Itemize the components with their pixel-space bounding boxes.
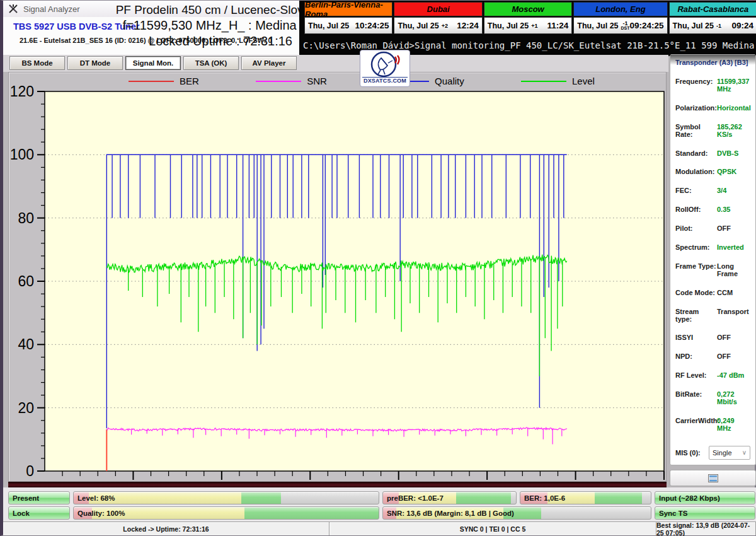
signal-history-plot: 020406080100120 (9, 73, 667, 482)
indicator-label: Level: 68% (77, 494, 115, 502)
clock-time: 10:24:25 (355, 21, 389, 30)
param-label: RollOff: (675, 206, 717, 213)
y-axis-label: 80 (18, 210, 34, 226)
param-label: NPD: (675, 352, 717, 360)
status-segment-3: Best signal: 13,9 dB (2024-07-25 07:05) (656, 522, 756, 535)
clock-time: 12:24 (457, 21, 479, 30)
clock-time: 09:24:25 (630, 21, 664, 30)
indicator-label: Present (13, 494, 39, 502)
tab-tsa-ok-[interactable]: TSA (OK) (183, 56, 239, 70)
indicator-label: BER: 1,0E-6 (524, 494, 565, 502)
param-label: Modulation: (675, 168, 717, 175)
dxsatcs-logo: DXSATCS.COM (360, 50, 410, 87)
param-value: -47 dBm (717, 371, 750, 379)
param-label: ISSYI (675, 334, 717, 341)
clock-time-display: Thu, Jul 25-1DST09:24:25 (573, 17, 667, 34)
param-value: 11599,337 MHz (717, 78, 750, 93)
window-title: Signal Analyzer (23, 4, 80, 14)
indicator-label: Input (~282 Kbps) (659, 494, 720, 502)
satellite-dish-icon (367, 50, 403, 78)
clock-date: Thu, Jul 25 (577, 21, 618, 30)
clock-date: Thu, Jul 25 (673, 21, 714, 30)
param-row-frequency-: Frequency:11599,337 MHz (675, 78, 750, 93)
param-row-spectrum-: Spectrum:Inverted (675, 243, 750, 251)
offset-note: DST (621, 26, 630, 31)
param-label: Frame Type: (675, 262, 717, 270)
param-row-modulation-: Modulation:QPSK (675, 168, 750, 175)
clock-time-display: Thu, Jul 25-109:24 (669, 17, 756, 34)
indicator-row-2: LockQuality: 100%SNR: 13,6 dB (Margin: 8… (8, 506, 755, 520)
clock-time-display: Thu, Jul 25+111:24 (484, 17, 572, 34)
chart-bottom-edge (8, 482, 667, 487)
param-label: Code Mode: (675, 289, 717, 296)
param-label: Stream type: (675, 308, 717, 323)
dxsatcs-logo-text: DXSATCS.COM (362, 77, 408, 84)
indicator-label: Sync TS (659, 510, 687, 517)
param-value: DVB-S (717, 149, 750, 157)
clock-4: London, EngThu, Jul 25-1DST09:24:25 (573, 2, 667, 34)
param-value: Horizontal (717, 104, 751, 112)
param-label: RF Level: (675, 371, 717, 379)
status-bar: Locked -> Uptime: 72:31:16SYNC 0 | TEI 0… (3, 521, 756, 535)
clock-date: Thu, Jul 25 (488, 21, 529, 30)
y-axis-label: 40 (18, 336, 34, 352)
param-label: CarrierWidth: (675, 417, 717, 424)
tab-signal-mon-[interactable]: Signal Mon. (125, 56, 181, 70)
console-command-line: C:\Users\Roman Dávid>Signal monitoring_P… (303, 40, 756, 50)
indicator-row-1: PresentLevel: 68%preBER: <1.0E-7BER: 1,0… (8, 491, 755, 504)
indicator-label: SNR: 13,6 dB (Margin: 8,1 dB | Good) (387, 510, 514, 517)
param-label: Symbol Rate: (675, 123, 717, 138)
y-axis-label: 120 (10, 83, 34, 100)
param-row-bitrate-: BitRate:0,272 Mbit/s (675, 390, 750, 405)
clock-utc-offset: +2 (442, 23, 448, 28)
tab-av-player[interactable]: AV Player (241, 56, 297, 70)
level-bar: Level: 68% (73, 491, 379, 504)
param-row-carrierwidth-: CarrierWidth:0,249 MHz (675, 417, 750, 432)
transponder-parameters-panel: Transponder (A3) [B3] Frequency:11599,33… (670, 54, 756, 465)
offset-value: +1 (531, 23, 537, 28)
param-row-symbol-rate-: Symbol Rate:185,262 KS/s (675, 123, 750, 138)
param-row-issyi: ISSYIOFF (675, 334, 750, 341)
signal-analyzer-window: Signal Analyzer TBS 5927 USB DVB-S2 Tune… (0, 0, 756, 536)
offset-value: -1 (716, 23, 721, 28)
preber-bar: preBER: <1.0E-7 (382, 491, 517, 504)
y-axis-label: 100 (10, 146, 34, 163)
param-row-rolloff-: RollOff:0.35 (675, 206, 750, 213)
param-row-code-mode-: Code Mode:CCM (675, 289, 750, 296)
clock-2: DubaiThu, Jul 25+212:24 (394, 2, 482, 34)
world-clocks: Berlin-Paris-Vienna-RomaThu, Jul 2510:24… (304, 2, 756, 34)
clock-city-label: London, Eng (573, 2, 667, 16)
mis-selected-value: Single (713, 449, 732, 457)
param-value: OFF (717, 224, 750, 232)
clock-utc-offset: +1 (531, 23, 537, 28)
tab-bs-mode[interactable]: BS Mode (9, 56, 65, 70)
param-value: Inverted (717, 243, 750, 251)
param-value: 185,262 KS/s (717, 123, 750, 138)
status-segment-1: Locked -> Uptime: 72:31:16 (3, 522, 329, 535)
clock-time-display: Thu, Jul 25+212:24 (394, 17, 482, 34)
transponder-header: Transponder (A3) [B3] (675, 59, 750, 66)
y-axis-label: 60 (18, 273, 34, 289)
param-label: Standard: (675, 149, 717, 157)
clock-city-label: Dubai (394, 2, 482, 16)
list-icon (708, 474, 718, 482)
clock-time: 11:24 (547, 21, 568, 30)
param-row-frame-type-: Frame Type:Long Frame (675, 262, 750, 277)
clock-city-label: Berlin-Paris-Vienna-Roma (304, 2, 392, 16)
chevron-down-icon: ∨ (742, 449, 747, 456)
clock-date: Thu, Jul 25 (308, 21, 349, 30)
clock-utc-offset: -1 (716, 23, 721, 28)
present-indicator: Present (8, 491, 70, 504)
stream-list-button[interactable] (670, 470, 756, 486)
mis-select[interactable]: Single∨ (709, 446, 750, 460)
ber-bar: BER: 1,0E-6 (520, 491, 651, 504)
input-indicator: Input (~282 Kbps) (655, 491, 755, 504)
param-row-fec-: FEC:3/4 (675, 187, 750, 194)
param-label: Frequency: (675, 78, 717, 85)
param-row-polarization-: Polarization:Horizontal (675, 104, 750, 112)
param-row-standard-: Standard:DVB-S (675, 149, 750, 157)
y-axis-label: 0 (26, 463, 34, 479)
syncts-indicator: Sync TS (655, 506, 755, 520)
tab-dt-mode[interactable]: DT Mode (67, 56, 123, 70)
offset-value: -1 (621, 21, 630, 26)
